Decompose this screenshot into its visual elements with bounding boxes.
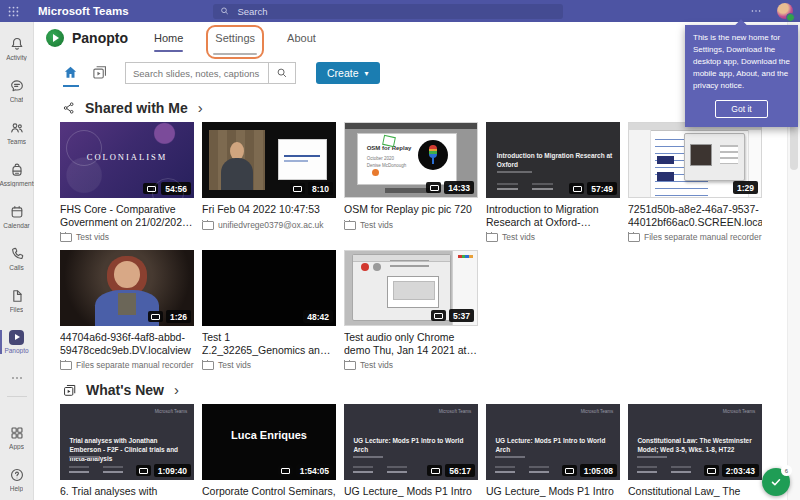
thumbnail-slide-title: Trial analyses with Jonathan Emberson - … — [69, 436, 187, 463]
chat-icon — [9, 78, 25, 94]
video-card[interactable]: Luca Enriques 1:54:05 Corporate Control … — [202, 404, 336, 500]
video-title[interactable]: UG Lecture_ Mods P1 Intro to World — [486, 485, 620, 500]
tab-home[interactable]: Home — [154, 27, 183, 49]
video-thumbnail[interactable]: Introduction to Migration Research at Ox… — [486, 122, 620, 198]
video-thumbnail[interactable]: 48:42 — [202, 250, 336, 326]
sidebar-item-calls[interactable]: Calls — [0, 237, 34, 279]
duration-badge: 5:37 — [431, 309, 474, 322]
video-card[interactable]: Microsoft Teams Trial analyses with Jona… — [60, 404, 194, 500]
panopto-search-input[interactable] — [126, 63, 268, 83]
chevron-down-icon: ▾ — [365, 69, 369, 78]
app-launcher-button[interactable] — [0, 5, 26, 18]
whats-new-header[interactable]: What's New › — [34, 382, 800, 398]
create-button[interactable]: Create ▾ — [316, 62, 380, 84]
video-card[interactable]: Microsoft Teams UG Lecture: Mods P1 Intr… — [344, 404, 478, 500]
video-title[interactable]: Introduction to Migration Research at Ox… — [486, 203, 620, 228]
sidebar-item-teams[interactable]: Teams — [0, 111, 34, 153]
sidebar-item-files[interactable]: Files — [0, 279, 34, 321]
folder-icon — [486, 233, 498, 242]
thumbnail-art — [387, 276, 439, 308]
thumbnail-art — [497, 171, 532, 173]
video-thumbnail[interactable]: Luca Enriques 1:54:05 — [202, 404, 336, 480]
duration-badge: 14:33 — [426, 181, 474, 194]
sidebar-item-assignments[interactable]: Assignments — [0, 153, 34, 195]
video-thumbnail[interactable]: 1:26 — [60, 250, 194, 326]
thumbnail-art — [353, 456, 382, 458]
video-folder-link[interactable]: Test vids — [344, 220, 478, 230]
file-icon — [9, 288, 25, 304]
video-folder-link[interactable]: Files separate manual recorder not logge… — [60, 360, 194, 370]
more-options-button[interactable] — [750, 0, 762, 22]
duration-badge: 2:03:43 — [704, 464, 759, 477]
chevron-right-icon: › — [174, 381, 179, 398]
tab-settings[interactable]: Settings — [215, 27, 255, 49]
sidebar-item-help[interactable]: Help — [0, 458, 34, 500]
thumbnail-art — [657, 172, 674, 181]
thumbnail-art — [629, 130, 651, 197]
duration-badge: 8:10 — [290, 182, 333, 195]
video-thumbnail[interactable]: 5:37 — [344, 250, 478, 326]
video-title[interactable]: FHS Core - Comparative Government on 21/… — [60, 203, 194, 228]
whats-new-grid: Microsoft Teams Trial analyses with Jona… — [34, 404, 800, 500]
video-card[interactable]: Microsoft Teams Constitutional Law: The … — [628, 404, 762, 500]
home-button[interactable] — [62, 64, 80, 82]
video-folder-link[interactable]: Test vids — [344, 360, 478, 370]
teams-search-bar[interactable] — [213, 4, 563, 19]
caption-badge-icon — [290, 183, 305, 194]
sidebar-item-apps[interactable]: Apps — [0, 416, 34, 458]
video-folder-link[interactable]: Test vids — [60, 232, 194, 242]
video-card[interactable]: Microsoft Teams UG Lecture: Mods P1 Intr… — [486, 404, 620, 500]
teams-search-input[interactable] — [235, 5, 556, 18]
video-thumbnail[interactable]: Microsoft Teams UG Lecture: Mods P1 Intr… — [486, 404, 620, 480]
video-title[interactable]: 7251d50b-a8e2-46a7-9537-44012bf66ac0.SCR… — [628, 203, 762, 228]
video-thumbnail[interactable]: OSM for Replay October 2020 Denise McDon… — [344, 122, 478, 198]
search-submit-button[interactable] — [268, 63, 295, 83]
ellipsis-icon — [750, 5, 762, 17]
video-folder-link[interactable]: unifiedvrege0379@ox.ac.uk — [202, 220, 336, 230]
video-title[interactable]: Constitutional Law_ The Westminster — [628, 485, 762, 500]
video-folder-link[interactable]: Test vids — [202, 360, 336, 370]
video-title[interactable]: 44704a6d-936f-4af8-abbd-59478cedc9eb.DV.… — [60, 331, 194, 356]
video-card[interactable]: 48:42 Test 1 Z.2_32265_Genomics and Host… — [202, 250, 336, 370]
video-card[interactable]: Introduction to Migration Research at Ox… — [486, 122, 620, 242]
video-title[interactable]: Test audio only Chrome demo Thu, Jan 14 … — [344, 331, 478, 356]
video-folder-link[interactable]: Files separate manual recorder not logge… — [628, 232, 762, 242]
video-card[interactable]: 8:10 Fri Feb 04 2022 10:47:53 unifiedvre… — [202, 122, 336, 242]
thumbnail-art — [114, 261, 141, 288]
video-thumbnail[interactable]: 8:10 — [202, 122, 336, 198]
video-thumbnail[interactable]: Microsoft Teams Constitutional Law: The … — [628, 404, 762, 480]
video-title[interactable]: Test 1 Z.2_32265_Genomics and Host-micro… — [202, 331, 336, 356]
thumbnail-art — [495, 471, 515, 473]
thumbnail-art — [387, 471, 407, 473]
sidebar-more-apps-button[interactable] — [0, 363, 34, 393]
video-card[interactable]: 5:37 Test audio only Chrome demo Thu, Ja… — [344, 250, 478, 370]
video-title[interactable]: Corporate Control Seminars, Wed 9- — [202, 485, 336, 500]
sidebar-item-chat[interactable]: Chat — [0, 69, 34, 111]
home-icon — [62, 64, 79, 81]
video-card[interactable]: OSM for Replay October 2020 Denise McDon… — [344, 122, 478, 242]
checkmark-icon — [769, 475, 783, 489]
video-thumbnail[interactable]: COLONIALISM 54:56 — [60, 122, 194, 198]
video-thumbnail[interactable]: Microsoft Teams UG Lecture: Mods P1 Intr… — [344, 404, 478, 480]
video-thumbnail[interactable]: Microsoft Teams Trial analyses with Jona… — [60, 404, 194, 480]
sidebar-item-panopto[interactable]: Panopto — [0, 321, 34, 363]
video-folder-link[interactable]: Test vids — [486, 232, 620, 242]
folder-icon — [60, 361, 72, 370]
sidebar-item-activity[interactable]: Activity — [0, 27, 34, 69]
got-it-button[interactable]: Got it — [715, 100, 767, 118]
video-title[interactable]: Fri Feb 04 2022 10:47:53 — [202, 203, 336, 216]
video-title[interactable]: OSM for Replay pic pic 720 — [344, 203, 478, 216]
video-title[interactable]: 6. Trial analyses with Jonathan — [60, 485, 194, 500]
tab-about[interactable]: About — [287, 27, 316, 49]
teams-brand-label: Microsoft Teams — [155, 409, 188, 414]
video-card[interactable]: 1:26 44704a6d-936f-4af8-abbd-59478cedc9e… — [60, 250, 194, 370]
caption-badge-icon — [278, 465, 293, 476]
teams-brand-label: Microsoft Teams — [581, 409, 614, 414]
video-thumbnail[interactable]: 1:29 — [628, 122, 762, 198]
video-library-button[interactable] — [91, 64, 109, 82]
video-card[interactable]: 1:29 7251d50b-a8e2-46a7-9537-44012bf66ac… — [628, 122, 762, 242]
success-floating-button[interactable]: 6 — [762, 468, 790, 496]
video-title[interactable]: UG Lecture_ Mods P1 Intro to World — [344, 485, 478, 500]
sidebar-item-calendar[interactable]: Calendar — [0, 195, 34, 237]
video-card[interactable]: COLONIALISM 54:56 FHS Core - Comparative… — [60, 122, 194, 242]
